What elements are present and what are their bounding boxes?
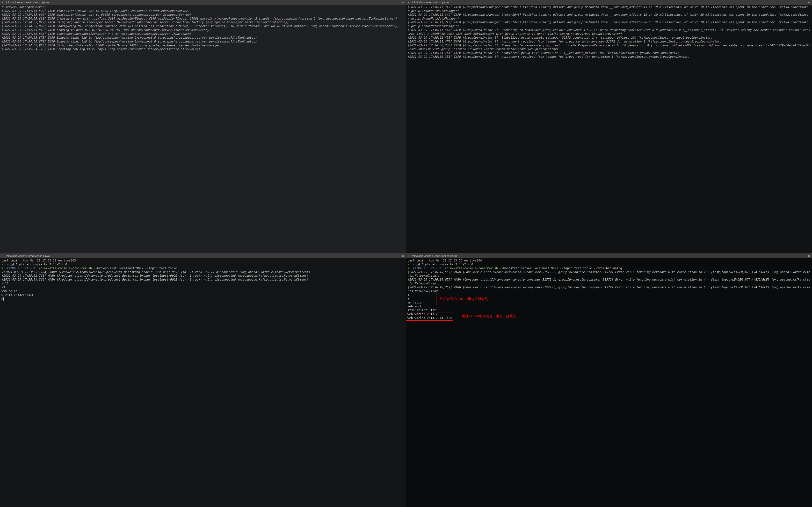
- pane-zookeeper: × ./bin/zookeeper-server-start.sh (java)…: [0, 0, 406, 253]
- hamburger-icon[interactable]: ≡: [401, 1, 405, 4]
- terminal-output[interactable]: Last login: Mon Mar 29 17:33:35 on ttys0…: [406, 258, 812, 507]
- tabbar: × ./bin/kafka-server-start.sh (java) ≡: [406, 0, 812, 5]
- tab-title[interactable]: ./bin/kafka-server-start.sh (java): [410, 1, 807, 4]
- tab-title[interactable]: ./bin/kafka-console-producer.sh (java): [4, 254, 401, 258]
- hamburger-icon[interactable]: ≡: [807, 254, 811, 258]
- terminal-grid: × ./bin/zookeeper-server-start.sh (java)…: [0, 0, 812, 507]
- pane-kafka-server: × ./bin/kafka-server-start.sh (java) ≡ […: [406, 0, 812, 253]
- pane-producer: × ./bin/kafka-console-producer.sh (java)…: [0, 253, 406, 507]
- close-icon[interactable]: ×: [1, 1, 4, 4]
- close-icon[interactable]: ×: [1, 254, 4, 258]
- terminal-output[interactable]: Last login: Mon Mar 29 17:33:32 on ttys0…: [0, 258, 406, 507]
- pane-consumer: × ./bin/kafka-console-consumer.sh (java)…: [406, 253, 812, 507]
- tab-title[interactable]: ./bin/kafka-console-consumer.sh (java): [410, 254, 807, 258]
- tab-title[interactable]: ./bin/zookeeper-server-start.sh (java): [4, 1, 401, 4]
- close-icon[interactable]: ×: [407, 1, 410, 4]
- hamburger-icon[interactable]: ≡: [401, 254, 405, 258]
- close-icon[interactable]: ×: [407, 254, 410, 258]
- terminal-output[interactable]: [2021-03-29 17:36:11,349] INFO [GroupMet…: [406, 5, 812, 253]
- terminal-output[interactable]: r.server.ZooKeeperServer)[2021-03-29 17:…: [0, 5, 406, 253]
- tabbar: × ./bin/zookeeper-server-start.sh (java)…: [0, 0, 406, 5]
- tabbar: × ./bin/kafka-console-producer.sh (java)…: [0, 253, 406, 258]
- hamburger-icon[interactable]: ≡: [807, 1, 811, 4]
- tabbar: × ./bin/kafka-console-consumer.sh (java)…: [406, 253, 812, 258]
